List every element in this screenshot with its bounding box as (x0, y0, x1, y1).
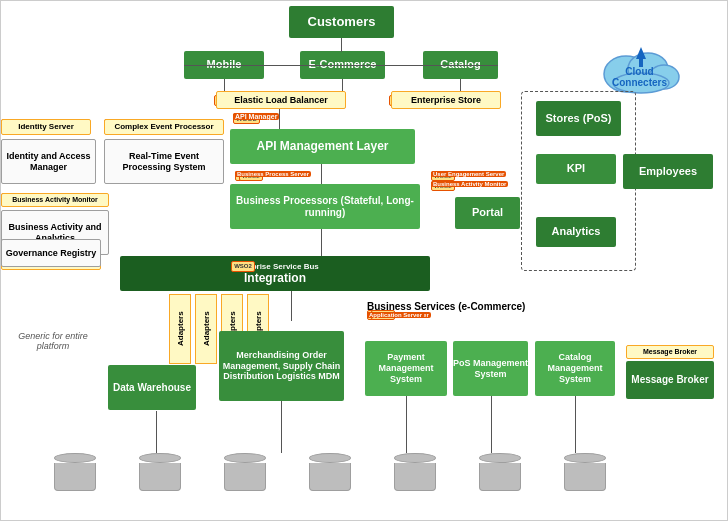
line-merch-db (281, 401, 282, 453)
line-esb-adapt (291, 291, 292, 321)
esb-content: WSO2 Enterprise Service Bus Integration (231, 262, 319, 286)
ues-tag: User Engagement Server (431, 171, 506, 177)
db-top-7 (564, 453, 606, 463)
bps-tag: Business Process Server (235, 171, 311, 177)
data-warehouse-box: Data Warehouse (108, 365, 196, 410)
db-top-5 (394, 453, 436, 463)
catalog-mgmt-box: Catalog Management System (535, 341, 615, 396)
db-body-1 (54, 463, 96, 491)
line-top-row (184, 65, 498, 66)
line-elb-api (279, 109, 280, 129)
bam-left-container: WSO2 Business Activity Monitor (1, 193, 109, 207)
bam-tag: Business Activity Monitor (431, 181, 508, 187)
diagram-container: Customers Mobile E-Commerce Catalog Clou… (0, 0, 728, 521)
db-body-6 (479, 463, 521, 491)
api-mgmt-layer-box: API Management Layer (230, 129, 415, 164)
enterprise-store-box: Enterprise Store (391, 91, 501, 109)
esb-integration-box: WSO2 Enterprise Service Bus Integration (120, 256, 430, 291)
adapter2-box: Adapters (195, 294, 217, 364)
adapter1-box: Adapters (169, 294, 191, 364)
elastic-lb-container: WSO2 Elastic Load Balancer (214, 91, 346, 109)
line-pos-db (491, 396, 492, 453)
line-pay-db (406, 396, 407, 453)
line-catalog-down (460, 79, 461, 91)
line-mobile-down (224, 79, 225, 91)
db-cylinder-1 (54, 453, 96, 491)
db-body-4 (309, 463, 351, 491)
line-api-bp (321, 164, 322, 184)
message-broker-tag-box: Message Broker (626, 345, 714, 359)
customers-box: Customers (289, 6, 394, 38)
db-cylinder-3 (224, 453, 266, 491)
generic-platform-text: Generic for entire platform (3, 331, 103, 351)
line-bp-esb (321, 229, 322, 256)
db-top-6 (479, 453, 521, 463)
line-cat-db (575, 396, 576, 453)
stores-pos-box: Stores (PoS) (536, 101, 621, 136)
pos-mgmt-box: PoS Management System (453, 341, 528, 396)
as-tag: Application Server (367, 312, 424, 318)
complex-event-box: Complex Event Processor (104, 119, 224, 135)
api-manager-tag: API Manager (233, 113, 279, 120)
identity-server-box: Identity Server (1, 119, 91, 135)
db-top-4 (309, 453, 351, 463)
portal-box: Portal (455, 197, 520, 229)
employees-box: Employees (623, 154, 713, 189)
db-body-2 (139, 463, 181, 491)
integration-label: Integration (244, 271, 306, 285)
analytics-box: Analytics (536, 217, 616, 247)
db-cylinder-5 (394, 453, 436, 491)
line-ecommerce-down (342, 79, 343, 91)
db-body-5 (394, 463, 436, 491)
db-top-2 (139, 453, 181, 463)
message-broker-box: Message Broker (626, 361, 714, 399)
message-broker-container: WSO2 Message Broker Message Broker (626, 345, 714, 399)
identity-access-box: Identity and Access Manager (1, 139, 96, 184)
business-processors-box: Business Processors (Stateful, Long-runn… (230, 184, 420, 229)
db-body-3 (224, 463, 266, 491)
governance-registry-box: Governance Registry (1, 239, 101, 267)
db-top-3 (224, 453, 266, 463)
esb-row: WSO2 Enterprise Service Bus (231, 262, 319, 272)
realtime-event-box: Real-Time Event Processing System (104, 139, 224, 184)
bam-left-box: Business Activity Monitor (1, 193, 109, 207)
complex-event-container: WSO2 Complex Event Processor (104, 119, 224, 135)
enterprise-store-container: WSO2 Enterprise Store (389, 91, 501, 109)
elastic-lb-box: Elastic Load Balancer (216, 91, 346, 109)
wso2-esb-tag: WSO2 (231, 261, 255, 272)
kpi-box: KPI (536, 154, 616, 184)
identity-server-container: WSO2 Identity Server (1, 119, 91, 135)
db-cylinder-7 (564, 453, 606, 491)
merchandising-box: Merchandising Order Management, Supply C… (219, 331, 344, 401)
db-cylinder-2 (139, 453, 181, 491)
db-cylinder-4 (309, 453, 351, 491)
cloud-connectors-label: Cloud Connecters (597, 66, 682, 88)
db-top-1 (54, 453, 96, 463)
db-cylinder-6 (479, 453, 521, 491)
payment-mgmt-box: Payment Management System (365, 341, 447, 396)
line-dw-db (156, 411, 157, 453)
db-body-7 (564, 463, 606, 491)
line-customers-down (341, 38, 342, 52)
